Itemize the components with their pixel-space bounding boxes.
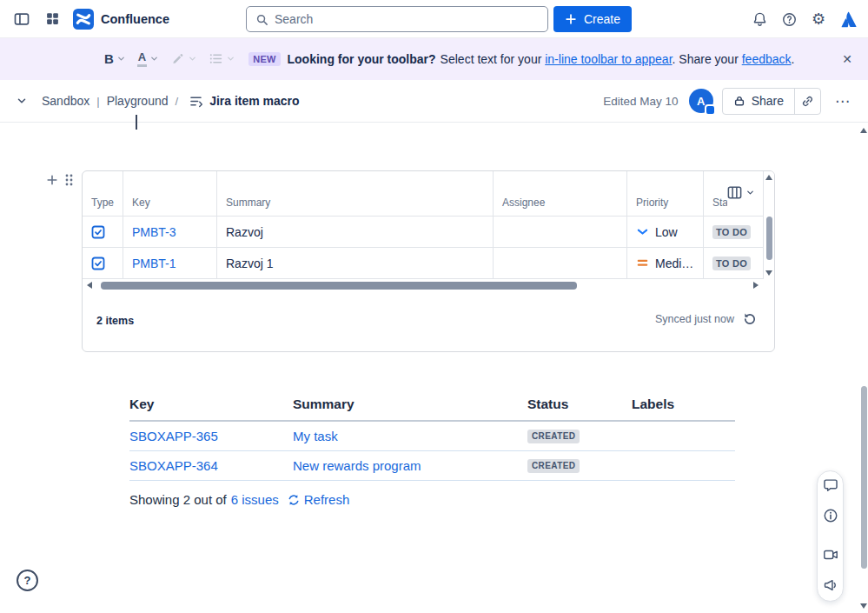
link-icon (801, 95, 814, 108)
help-button[interactable] (776, 6, 802, 32)
scroll-right-arrow[interactable] (753, 282, 759, 289)
scroll-up-arrow[interactable] (765, 175, 772, 180)
priority-cell[interactable]: Low (627, 217, 704, 248)
chevron-down-icon (149, 54, 159, 63)
chevron-down-icon (16, 95, 28, 107)
column-header-assignee[interactable]: Assignee (494, 171, 627, 217)
chevron-down-icon (226, 54, 235, 63)
breadcrumb-space-link[interactable]: Sandbox (42, 94, 89, 108)
text-color-button[interactable]: A (136, 50, 161, 68)
banner-close-button[interactable]: ✕ (837, 49, 858, 70)
inline-toolbar-link[interactable]: in-line toolbar to appear (545, 52, 672, 66)
confluence-logo-icon (73, 9, 94, 30)
page-scrollbar[interactable] (859, 123, 868, 613)
horizontal-scroll-track[interactable] (96, 282, 750, 290)
issue-summary-link[interactable]: New rewards program (293, 458, 527, 473)
issue-key-link[interactable]: SBOXAPP-364 (129, 458, 293, 473)
column-header-priority[interactable]: Priority (627, 171, 704, 217)
toolbar-discovery-banner: B A NEWLooking for your toolbar?Select t… (0, 38, 868, 80)
summary-cell[interactable]: Razvoj 1 (217, 248, 494, 279)
table-vertical-scrollbar[interactable] (763, 171, 774, 279)
record-video-button[interactable] (823, 547, 838, 563)
notifications-button[interactable] (746, 6, 772, 32)
highlighter-icon (170, 51, 185, 66)
table-columns-icon (726, 184, 743, 201)
issue-key-link[interactable]: SBOXAPP-365 (129, 429, 293, 443)
drag-handle[interactable] (63, 172, 75, 188)
feedback-link[interactable]: feedback (742, 52, 792, 66)
priority-cell[interactable]: Medium (627, 248, 704, 279)
table-row[interactable]: PMBT-1 Razvoj 1 Medium TO DO (83, 248, 763, 279)
bullet-list-icon (209, 51, 223, 66)
question-mark-icon: ? (24, 574, 31, 587)
apps-grid-icon (45, 11, 60, 26)
horizontal-scroll-thumb[interactable] (101, 282, 577, 290)
breadcrumb-section-link[interactable]: Playground (107, 94, 169, 108)
task-type-icon (91, 225, 105, 239)
feedback-announcement-button[interactable] (823, 577, 838, 593)
page-scroll-thumb[interactable] (861, 386, 867, 569)
assignee-cell[interactable] (494, 217, 627, 248)
details-button[interactable] (823, 508, 838, 523)
bold-format-button[interactable]: B (103, 50, 128, 68)
page-scroll-up-arrow[interactable] (860, 128, 867, 133)
jira-macro-page-icon (189, 94, 203, 109)
share-button[interactable]: Share (723, 89, 794, 114)
refresh-icon (288, 494, 300, 506)
issue-key-link[interactable]: PMBT-1 (132, 257, 176, 270)
jira-issues-list: Key Summary Status Labels SBOXAPP-365 My… (129, 396, 735, 507)
app-switcher-button[interactable] (39, 6, 65, 32)
help-fab-button[interactable]: ? (17, 570, 38, 591)
avatar[interactable]: A (689, 89, 713, 113)
settings-button[interactable]: ⚙ (805, 6, 832, 32)
jira-issues-table: Type Key Summary Assignee Priority Statu… (83, 171, 763, 279)
issues-header-summary: Summary (293, 396, 527, 412)
table-horizontal-scrollbar[interactable] (83, 279, 763, 291)
breadcrumb-divider: | (96, 95, 99, 108)
issue-summary-link[interactable]: My task (293, 429, 527, 443)
add-content-button[interactable] (43, 171, 61, 189)
issue-key-link[interactable]: PMBT-3 (132, 225, 176, 239)
last-edited-label[interactable]: Edited May 10 (603, 95, 678, 108)
comments-button[interactable] (823, 477, 838, 493)
scroll-down-arrow[interactable] (765, 270, 772, 276)
column-header-summary[interactable]: Summary (217, 171, 494, 217)
vertical-scroll-thumb[interactable] (766, 217, 772, 260)
all-issues-link[interactable]: 6 issues (231, 492, 279, 507)
issues-footer: Showing 2 out of 6 issues Refresh (129, 492, 735, 507)
task-type-icon (91, 257, 105, 270)
page-scroll-down-arrow[interactable] (860, 603, 867, 609)
page-title: Jira item macro (209, 94, 300, 108)
confluence-home-link[interactable]: Confluence (73, 9, 169, 30)
search-input[interactable] (275, 12, 539, 26)
more-actions-button[interactable]: ⋯ (830, 88, 856, 114)
sidebar-toggle-button[interactable] (9, 6, 35, 32)
list-item: SBOXAPP-365 My task CREATED (129, 422, 735, 451)
refresh-issues-button[interactable]: Refresh (288, 492, 350, 507)
type-cell (83, 217, 123, 248)
column-header-type[interactable]: Type (83, 171, 123, 217)
list-format-button[interactable] (207, 50, 237, 68)
new-badge: NEW (248, 52, 280, 66)
summary-cell[interactable]: Razvoj (217, 217, 494, 248)
status-cell[interactable]: TO DO (704, 248, 763, 279)
column-header-key[interactable]: Key (123, 171, 217, 217)
column-settings-button[interactable] (726, 184, 755, 201)
table-row[interactable]: PMBT-3 Razvoj Low TO DO (83, 217, 763, 248)
banner-message: NEWLooking for your toolbar?Select text … (248, 52, 794, 66)
scroll-left-arrow[interactable] (87, 282, 92, 289)
showing-count-label: Showing 2 out of (129, 492, 227, 507)
global-search[interactable] (246, 6, 548, 32)
copy-link-button[interactable] (794, 89, 820, 114)
page-tools-toolbar (817, 470, 844, 602)
assignee-cell[interactable] (494, 248, 627, 279)
highlight-color-button[interactable] (169, 50, 199, 68)
sync-arrow-icon (743, 312, 757, 326)
refresh-sync-button[interactable] (743, 312, 757, 326)
search-icon (255, 13, 268, 26)
plus-icon (46, 174, 58, 186)
breadcrumb-slash: / (176, 95, 179, 108)
create-button[interactable]: Create (553, 6, 632, 32)
collapse-tree-button[interactable] (9, 88, 35, 114)
status-cell[interactable]: TO DO (704, 217, 763, 248)
